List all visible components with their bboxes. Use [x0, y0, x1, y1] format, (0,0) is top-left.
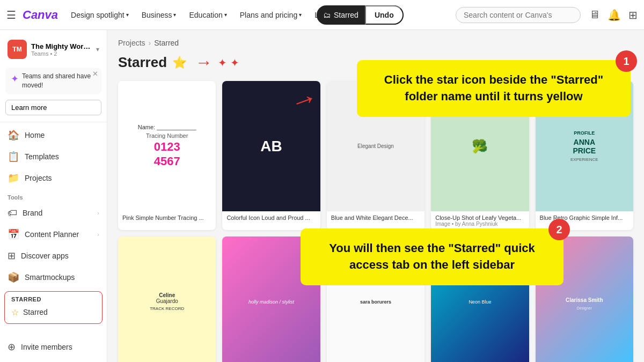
card-title: Pink Simple Number Tracing ...	[122, 215, 211, 221]
card-thumbnail: Celine Guajardo TRACK RECORD	[118, 237, 216, 362]
card-title: Blue and White Elegant Dece...	[331, 215, 420, 221]
sidebar-item-templates[interactable]: 📋 Templates	[0, 146, 107, 167]
home-icon: 🏠	[8, 129, 19, 141]
breadcrumb-separator: ›	[149, 39, 151, 47]
design-card[interactable]: Name: ____________ Tracing Number 012345…	[118, 81, 216, 230]
smartmockups-icon: 📦	[8, 271, 19, 283]
chevron-down-icon: ▾	[173, 12, 176, 18]
chevron-down-icon: ▾	[224, 12, 227, 18]
sidebar-item-discover-apps[interactable]: ⊞ Discover apps	[0, 245, 107, 267]
card-info: Pink Simple Number Tracing ...	[118, 211, 216, 224]
starred-toast: 🗂 Starred Undo	[317, 5, 404, 25]
sidebar-user[interactable]: TM The Mighty Word... Teams • 2 ▾	[0, 34, 107, 64]
nav-plans[interactable]: Plans and pricing ▾	[236, 8, 306, 23]
red-arrow-annotation: ←	[195, 53, 213, 72]
starred-section-header: Starred	[5, 294, 102, 304]
card-info: Close-Up Shot of Leafy Vegeta... Image •…	[431, 211, 529, 230]
chevron-down-icon: ▾	[126, 12, 129, 18]
avatar: TM	[8, 40, 27, 59]
undo-button[interactable]: Undo	[365, 5, 404, 25]
chevron-down-icon: ▾	[299, 12, 302, 18]
callout-badge-2: 2	[548, 219, 570, 240]
nav-education[interactable]: Education ▾	[185, 8, 231, 23]
topnav: ☰ Canva Design spotlight ▾ Business ▾ Ed…	[0, 0, 644, 30]
main-layout: TM The Mighty Word... Teams • 2 ▾ ✦ Team…	[0, 30, 644, 362]
hamburger-icon[interactable]: ☰	[6, 9, 16, 21]
sidebar-item-home[interactable]: 🏠 Home	[0, 124, 107, 146]
callout-badge-1: 1	[616, 50, 637, 72]
nav-design-spotlight[interactable]: Design spotlight ▾	[67, 8, 133, 23]
chevron-right-icon: ›	[97, 210, 99, 216]
card-title: Colorful Icon Loud and Proud ...	[226, 215, 316, 221]
card-info: Blue and White Elegant Dece...	[327, 211, 425, 224]
banner-text: Teams and shared have moved!	[22, 72, 96, 90]
card-thumbnail: Name: ____________ Tracing Number 012345…	[118, 81, 216, 211]
invite-members-button[interactable]: ⊕ Invite members	[0, 336, 107, 358]
username: The Mighty Word...	[31, 42, 92, 50]
card-title: Close-Up Shot of Leafy Vegeta...	[435, 215, 524, 221]
star-icon: ☆	[11, 307, 19, 317]
monitor-icon[interactable]: 🖥	[589, 9, 600, 21]
breadcrumb: Projects › Starred	[118, 39, 633, 47]
sparkle-annotation: ✦ ✦	[218, 56, 239, 69]
teams-banner: ✦ Teams and shared have moved! ✕	[5, 68, 101, 94]
canva-logo: Canva	[23, 8, 58, 22]
chevron-down-icon: ▾	[96, 46, 99, 53]
callout-1: Click the star icon beside the "Starred"…	[357, 60, 631, 117]
topnav-icons: 🖥 🔔 ⊞	[589, 9, 638, 21]
main-content: Projects › Starred Starred ⭐ ← ✦ ✦ Click…	[107, 30, 644, 362]
projects-icon: 📁	[8, 172, 19, 184]
sidebar-item-smartmockups[interactable]: 📦 Smartmockups	[0, 267, 107, 288]
chevron-right-icon: ›	[97, 231, 99, 238]
sidebar: TM The Mighty Word... Teams • 2 ▾ ✦ Team…	[0, 30, 107, 362]
sparkle-icon: ✦	[11, 73, 19, 85]
starred-section: Starred ☆ Starred	[4, 291, 103, 324]
sidebar-item-starred[interactable]: ☆ Starred	[5, 304, 102, 321]
tools-section-label: Tools	[0, 189, 107, 203]
page-title: Starred	[118, 54, 167, 71]
content-planner-icon: 📅	[8, 228, 19, 240]
card-info: Blue Retro Graphic Simple Inf...	[536, 211, 633, 224]
templates-icon: 📋	[8, 151, 19, 162]
sidebar-item-content-planner[interactable]: 📅 Content Planner ›	[0, 224, 107, 245]
nav-business[interactable]: Business ▾	[137, 8, 181, 23]
learn-more-button[interactable]: Learn more	[5, 100, 101, 115]
teams-label: Teams • 2	[31, 50, 92, 57]
callout-2: You will then see the "Starred" quick ac…	[301, 228, 564, 285]
brand-icon: 🏷	[8, 208, 17, 219]
toast-folder: 🗂 Starred	[317, 6, 365, 24]
design-card[interactable]: Celine Guajardo TRACK RECORD Dark Yellow…	[118, 237, 216, 362]
close-icon[interactable]: ✕	[92, 70, 98, 78]
sidebar-item-projects[interactable]: 📁 Projects	[0, 167, 107, 189]
card-info: Colorful Icon Loud and Proud ...	[222, 211, 320, 224]
search-input[interactable]	[456, 7, 581, 23]
card-author: Image • by Anna Pyshniuk	[435, 221, 524, 227]
discover-apps-icon: ⊞	[8, 250, 16, 262]
bell-icon[interactable]: 🔔	[608, 9, 621, 21]
grid-icon[interactable]: ⊞	[628, 9, 638, 21]
star-title-icon[interactable]: ⭐	[172, 56, 187, 70]
divider	[0, 122, 107, 122]
folder-icon: 🗂	[323, 11, 331, 19]
sidebar-item-brand[interactable]: 🏷 Brand ›	[0, 203, 107, 224]
plus-icon: ⊕	[8, 341, 16, 353]
user-info: The Mighty Word... Teams • 2	[31, 42, 92, 57]
